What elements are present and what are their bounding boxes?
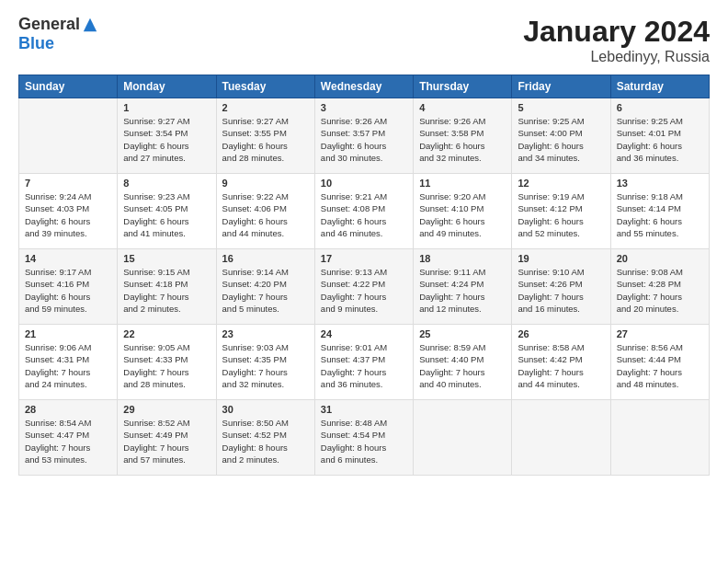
- calendar-row-3: 14Sunrise: 9:17 AM Sunset: 4:16 PM Dayli…: [19, 249, 710, 325]
- calendar-cell: 9Sunrise: 9:22 AM Sunset: 4:06 PM Daylig…: [216, 174, 314, 249]
- header: General Blue January 2024 Lebedinyy, Rus…: [18, 15, 710, 65]
- calendar-row-4: 21Sunrise: 9:06 AM Sunset: 4:31 PM Dayli…: [19, 325, 710, 400]
- calendar-cell: 1Sunrise: 9:27 AM Sunset: 3:54 PM Daylig…: [118, 98, 216, 174]
- calendar-cell: 4Sunrise: 9:26 AM Sunset: 3:58 PM Daylig…: [414, 98, 512, 174]
- month-title: January 2024: [523, 15, 710, 49]
- day-number: 21: [25, 328, 111, 339]
- day-info: Sunrise: 9:25 AM Sunset: 4:00 PM Dayligh…: [518, 115, 604, 164]
- day-info: Sunrise: 9:17 AM Sunset: 4:16 PM Dayligh…: [25, 266, 111, 315]
- calendar-cell: [414, 400, 512, 476]
- calendar-cell: 2Sunrise: 9:27 AM Sunset: 3:55 PM Daylig…: [216, 98, 314, 174]
- calendar-cell: [512, 400, 610, 476]
- day-number: 31: [321, 404, 407, 415]
- day-number: 14: [25, 253, 111, 264]
- page: General Blue January 2024 Lebedinyy, Rus…: [0, 0, 728, 563]
- calendar-cell: 11Sunrise: 9:20 AM Sunset: 4:10 PM Dayli…: [414, 174, 512, 249]
- day-info: Sunrise: 9:25 AM Sunset: 4:01 PM Dayligh…: [617, 115, 703, 164]
- day-number: 19: [518, 253, 604, 264]
- day-info: Sunrise: 9:23 AM Sunset: 4:05 PM Dayligh…: [123, 190, 210, 239]
- day-number: 25: [419, 328, 506, 339]
- calendar-cell: 30Sunrise: 8:50 AM Sunset: 4:52 PM Dayli…: [216, 400, 314, 476]
- header-monday: Monday: [118, 75, 216, 98]
- calendar-cell: 31Sunrise: 8:48 AM Sunset: 4:54 PM Dayli…: [314, 400, 413, 476]
- day-info: Sunrise: 9:06 AM Sunset: 4:31 PM Dayligh…: [25, 341, 111, 390]
- calendar-cell: 26Sunrise: 8:58 AM Sunset: 4:42 PM Dayli…: [512, 325, 610, 400]
- svg-marker-0: [84, 17, 97, 30]
- day-number: 3: [321, 102, 407, 113]
- day-number: 24: [321, 328, 407, 339]
- day-number: 4: [419, 102, 506, 113]
- day-info: Sunrise: 8:59 AM Sunset: 4:40 PM Dayligh…: [419, 341, 506, 390]
- logo-general-text: General: [18, 15, 80, 34]
- location-title: Lebedinyy, Russia: [523, 49, 710, 65]
- calendar-cell: 23Sunrise: 9:03 AM Sunset: 4:35 PM Dayli…: [216, 325, 314, 400]
- day-info: Sunrise: 8:58 AM Sunset: 4:42 PM Dayligh…: [518, 341, 604, 390]
- day-info: Sunrise: 9:01 AM Sunset: 4:37 PM Dayligh…: [321, 341, 407, 390]
- day-info: Sunrise: 9:27 AM Sunset: 3:55 PM Dayligh…: [222, 115, 309, 164]
- day-number: 13: [617, 178, 703, 189]
- day-number: 30: [222, 404, 309, 415]
- day-info: Sunrise: 9:27 AM Sunset: 3:54 PM Dayligh…: [123, 115, 210, 164]
- day-info: Sunrise: 9:15 AM Sunset: 4:18 PM Dayligh…: [123, 266, 210, 315]
- calendar-table: Sunday Monday Tuesday Wednesday Thursday…: [18, 75, 710, 476]
- calendar-cell: 10Sunrise: 9:21 AM Sunset: 4:08 PM Dayli…: [314, 174, 413, 249]
- day-number: 7: [25, 178, 111, 189]
- calendar-cell: 20Sunrise: 9:08 AM Sunset: 4:28 PM Dayli…: [610, 249, 709, 325]
- day-number: 27: [617, 328, 703, 339]
- day-number: 8: [123, 178, 210, 189]
- header-wednesday: Wednesday: [314, 75, 413, 98]
- calendar-cell: 13Sunrise: 9:18 AM Sunset: 4:14 PM Dayli…: [610, 174, 709, 249]
- calendar-cell: 7Sunrise: 9:24 AM Sunset: 4:03 PM Daylig…: [19, 174, 118, 249]
- day-number: 9: [222, 178, 309, 189]
- day-info: Sunrise: 9:10 AM Sunset: 4:26 PM Dayligh…: [518, 266, 604, 315]
- day-info: Sunrise: 9:03 AM Sunset: 4:35 PM Dayligh…: [222, 341, 309, 390]
- day-number: 16: [222, 253, 309, 264]
- calendar-cell: 28Sunrise: 8:54 AM Sunset: 4:47 PM Dayli…: [19, 400, 118, 476]
- day-number: 22: [123, 328, 210, 339]
- day-info: Sunrise: 9:20 AM Sunset: 4:10 PM Dayligh…: [419, 190, 506, 239]
- day-info: Sunrise: 9:19 AM Sunset: 4:12 PM Dayligh…: [518, 190, 604, 239]
- weekday-header-row: Sunday Monday Tuesday Wednesday Thursday…: [19, 75, 710, 98]
- calendar-cell: 8Sunrise: 9:23 AM Sunset: 4:05 PM Daylig…: [118, 174, 216, 249]
- day-info: Sunrise: 9:14 AM Sunset: 4:20 PM Dayligh…: [222, 266, 309, 315]
- calendar-cell: 21Sunrise: 9:06 AM Sunset: 4:31 PM Dayli…: [19, 325, 118, 400]
- day-number: 11: [419, 178, 506, 189]
- day-number: 28: [25, 404, 111, 415]
- day-info: Sunrise: 9:11 AM Sunset: 4:24 PM Dayligh…: [419, 266, 506, 315]
- day-info: Sunrise: 8:48 AM Sunset: 4:54 PM Dayligh…: [321, 417, 407, 465]
- calendar-cell: 24Sunrise: 9:01 AM Sunset: 4:37 PM Dayli…: [314, 325, 413, 400]
- day-number: 20: [617, 253, 703, 264]
- day-info: Sunrise: 8:54 AM Sunset: 4:47 PM Dayligh…: [25, 417, 111, 465]
- day-number: 1: [123, 102, 210, 113]
- calendar-cell: 14Sunrise: 9:17 AM Sunset: 4:16 PM Dayli…: [19, 249, 118, 325]
- title-block: January 2024 Lebedinyy, Russia: [523, 15, 710, 65]
- day-number: 5: [518, 102, 604, 113]
- logo-blue-text: Blue: [18, 34, 54, 53]
- calendar-cell: 29Sunrise: 8:52 AM Sunset: 4:49 PM Dayli…: [118, 400, 216, 476]
- day-info: Sunrise: 9:24 AM Sunset: 4:03 PM Dayligh…: [25, 190, 111, 239]
- logo: General Blue: [18, 15, 98, 53]
- header-thursday: Thursday: [414, 75, 512, 98]
- calendar-row-2: 7Sunrise: 9:24 AM Sunset: 4:03 PM Daylig…: [19, 174, 710, 249]
- calendar-cell: 27Sunrise: 8:56 AM Sunset: 4:44 PM Dayli…: [610, 325, 709, 400]
- calendar-cell: 16Sunrise: 9:14 AM Sunset: 4:20 PM Dayli…: [216, 249, 314, 325]
- calendar-cell: 6Sunrise: 9:25 AM Sunset: 4:01 PM Daylig…: [610, 98, 709, 174]
- day-info: Sunrise: 8:52 AM Sunset: 4:49 PM Dayligh…: [123, 417, 210, 465]
- calendar-cell: 15Sunrise: 9:15 AM Sunset: 4:18 PM Dayli…: [118, 249, 216, 325]
- calendar-cell: 5Sunrise: 9:25 AM Sunset: 4:00 PM Daylig…: [512, 98, 610, 174]
- calendar-row-5: 28Sunrise: 8:54 AM Sunset: 4:47 PM Dayli…: [19, 400, 710, 476]
- day-number: 12: [518, 178, 604, 189]
- day-number: 6: [617, 102, 703, 113]
- day-info: Sunrise: 9:21 AM Sunset: 4:08 PM Dayligh…: [321, 190, 407, 239]
- day-info: Sunrise: 8:56 AM Sunset: 4:44 PM Dayligh…: [617, 341, 703, 390]
- day-info: Sunrise: 9:26 AM Sunset: 3:57 PM Dayligh…: [321, 115, 407, 164]
- calendar-cell: 12Sunrise: 9:19 AM Sunset: 4:12 PM Dayli…: [512, 174, 610, 249]
- day-number: 29: [123, 404, 210, 415]
- header-sunday: Sunday: [19, 75, 118, 98]
- day-info: Sunrise: 8:50 AM Sunset: 4:52 PM Dayligh…: [222, 417, 309, 465]
- day-info: Sunrise: 9:13 AM Sunset: 4:22 PM Dayligh…: [321, 266, 407, 315]
- calendar-cell: 18Sunrise: 9:11 AM Sunset: 4:24 PM Dayli…: [414, 249, 512, 325]
- day-number: 18: [419, 253, 506, 264]
- calendar-cell: [610, 400, 709, 476]
- calendar-cell: [19, 98, 118, 174]
